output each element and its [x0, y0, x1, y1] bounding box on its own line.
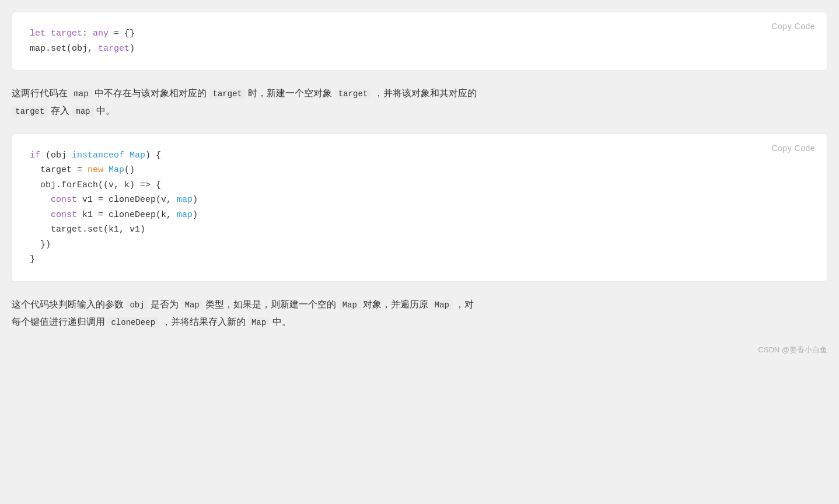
para1-text6: 中。 — [94, 106, 115, 116]
code-block-1: Copy Code let target: any = {} map.set(o… — [12, 12, 827, 71]
inline-code-map1: map — [70, 89, 92, 99]
inline-code-map2: map — [72, 106, 93, 117]
var-map-1: map — [177, 195, 193, 205]
watermark: CSDN @姜香小白鱼 — [12, 345, 827, 355]
var-target: target — [51, 29, 82, 38]
code-block-2: Copy Code if (obj instanceof Map) { targ… — [12, 134, 827, 282]
code-pre-1: let target: any = {} map.set(obj, target… — [30, 26, 809, 56]
inline-code-cloneDeep: cloneDeep — [107, 317, 159, 328]
para1-text3: 时，新建一个空对象 — [246, 88, 335, 98]
keyword-const-1: const — [51, 195, 77, 205]
keyword-any: any — [93, 29, 109, 38]
var-map-2: map — [177, 210, 193, 220]
inline-code-target3: target — [12, 106, 48, 117]
para1-text1: 这两行代码在 — [12, 88, 70, 98]
para2-text4: 对象，并遍历原 — [361, 299, 431, 309]
inline-code-Map3: Map — [431, 300, 453, 310]
keyword-let: let — [30, 29, 46, 38]
inline-code-obj1: obj — [126, 300, 148, 310]
para2-text6: 每个键值进行递归调用 — [12, 317, 107, 327]
paragraph-2: 这个代码块判断输入的参数 obj 是否为 Map 类型，如果是，则新建一个空的 … — [12, 293, 827, 333]
class-Map-2: Map — [109, 165, 124, 175]
keyword-instanceof: instanceof — [72, 150, 124, 160]
inline-code-Map4: Map — [248, 317, 270, 328]
para2-text1: 这个代码块判断输入的参数 — [12, 299, 126, 309]
para1-text5: 存入 — [48, 106, 72, 116]
inline-code-target1: target — [209, 89, 246, 99]
keyword-if: if — [30, 150, 40, 160]
copy-code-button-2[interactable]: Copy Code — [771, 144, 815, 153]
copy-code-button-1[interactable]: Copy Code — [771, 22, 815, 31]
inline-code-Map2: Map — [339, 300, 361, 310]
para2-text5: ，对 — [453, 299, 474, 309]
para2-text7: ，并将结果存入新的 — [159, 317, 248, 327]
watermark-text: CSDN @姜香小白鱼 — [758, 345, 827, 354]
var-target-2: target — [98, 44, 130, 54]
keyword-new: new — [88, 165, 103, 175]
keyword-const-2: const — [51, 210, 77, 220]
para1-text2: 中不存在与该对象相对应的 — [92, 88, 209, 98]
inline-code-Map1: Map — [181, 300, 203, 310]
para1-text4: ，并将该对象和其对应的 — [371, 88, 476, 98]
paragraph-1: 这两行代码在 map 中不存在与该对象相对应的 target 时，新建一个空对象… — [12, 82, 827, 122]
para2-text8: 中。 — [270, 317, 291, 327]
para2-text2: 是否为 — [148, 299, 181, 309]
code-pre-2: if (obj instanceof Map) { target = new M… — [30, 148, 809, 267]
para2-text3: 类型，如果是，则新建一个空的 — [203, 299, 339, 309]
class-Map: Map — [130, 150, 145, 160]
inline-code-target2: target — [335, 89, 371, 99]
page-wrapper: Copy Code let target: any = {} map.set(o… — [12, 12, 827, 355]
